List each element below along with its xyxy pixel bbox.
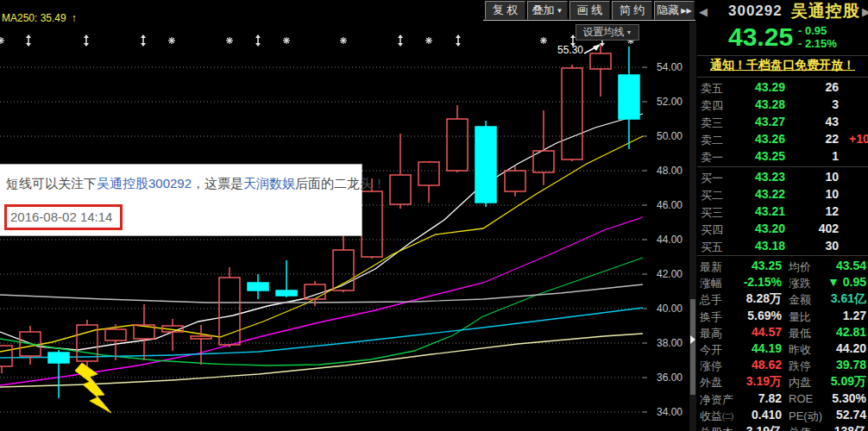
candle[interactable] <box>447 119 468 171</box>
panel-splitter[interactable] <box>689 22 696 431</box>
level-label: 卖二 <box>701 133 723 148</box>
stat-value: 8.28万 <box>726 291 782 307</box>
toolbar-button-label: 画 线 <box>577 3 603 18</box>
bid-row[interactable]: 买四43.20402 <box>697 221 868 238</box>
next-stock-icon[interactable]: ▶ <box>862 5 868 18</box>
stat-label: 外盘 <box>700 375 722 390</box>
divider <box>697 166 868 167</box>
level-price: 43.27 <box>735 115 785 128</box>
stat-label: 最高 <box>700 326 722 341</box>
stat-row: 收益㈡0.410PE(动)52.74 <box>697 407 868 423</box>
event-star-icon[interactable] <box>340 37 347 44</box>
stock-link[interactable]: 天润数娱 <box>243 176 295 191</box>
prev-stock-icon[interactable]: ◀ <box>699 5 708 18</box>
candle[interactable] <box>276 290 297 296</box>
stat-value: 52.74 <box>808 408 866 422</box>
price-change: - 0.95 - 2.15% <box>798 24 837 50</box>
expand-right-icon[interactable] <box>690 335 695 344</box>
splitter-thumb[interactable] <box>690 299 695 395</box>
event-star-icon[interactable] <box>425 37 432 44</box>
bid-row[interactable]: 买五43.1830 <box>697 238 868 255</box>
high-arrow-icon <box>593 44 601 51</box>
post-text-segment: 后面的二龙头！ <box>295 176 386 191</box>
ask-row[interactable]: 卖二43.2622+10 <box>697 131 868 148</box>
stat-value: 44.57 <box>726 325 782 339</box>
level-label: 买三 <box>701 205 723 221</box>
candle[interactable] <box>619 75 639 119</box>
event-star-icon[interactable] <box>168 37 175 44</box>
stat-value: 0.410 <box>726 408 782 422</box>
stat-value: 48.62 <box>726 358 782 372</box>
stat-value: 5.30% <box>808 391 866 405</box>
chevron-down-icon: ▼ <box>626 29 632 35</box>
level-volume: 12 <box>790 204 839 218</box>
event-star-icon[interactable] <box>0 37 4 44</box>
toolbar-button[interactable]: 简 约 <box>612 1 652 20</box>
stat-label: 涨幅 <box>700 276 722 291</box>
stock-link[interactable]: 吴通控股300292 <box>97 176 192 191</box>
ask-row[interactable]: 卖三43.2743 <box>697 114 868 131</box>
candle[interactable] <box>562 68 582 159</box>
candle[interactable] <box>248 283 268 290</box>
stat-value: 3.19亿 <box>726 424 782 431</box>
level-price: 43.26 <box>735 132 785 146</box>
bid-row[interactable]: 买二43.2210 <box>697 186 868 203</box>
ask-row[interactable]: 卖四43.283 <box>697 97 868 114</box>
candle[interactable] <box>219 278 240 345</box>
level-price: 43.20 <box>735 222 785 235</box>
post-text-segment: ，这票是 <box>192 176 243 191</box>
candle[interactable] <box>418 162 439 185</box>
ask-row[interactable]: 卖一43.251 <box>697 148 868 166</box>
toolbar-button[interactable]: 复 权 <box>485 1 525 20</box>
y-axis-label: 42.00 <box>657 268 682 280</box>
level-volume: 30 <box>790 239 839 253</box>
candle[interactable] <box>48 353 69 363</box>
candle[interactable] <box>191 336 211 339</box>
level-price: 43.21 <box>735 204 785 218</box>
stat-value: 44.20 <box>808 341 866 355</box>
level-label: 卖四 <box>701 98 723 114</box>
bid-row[interactable]: 买三43.2112 <box>697 203 868 221</box>
divider <box>697 77 868 78</box>
level-price: 43.28 <box>735 97 785 111</box>
toolbar-button-caret-icon: ▶▶ <box>681 7 691 15</box>
event-star-icon[interactable] <box>540 37 547 44</box>
notice-link[interactable]: 通知！千档盘口免费开放！ <box>697 58 868 73</box>
stat-value: 5.09万 <box>808 374 866 390</box>
post-text: 短线可以关注下吴通控股300292，这票是天润数娱后面的二龙头！ <box>6 176 386 192</box>
level-volume: 1 <box>790 149 839 163</box>
candlestick-chart[interactable]: 54.0052.0050.0048.0046.0044.0042.0040.00… <box>0 0 695 431</box>
candle[interactable] <box>590 53 611 69</box>
level-label: 买二 <box>701 188 723 203</box>
toolbar-button[interactable]: 叠加▼ <box>527 1 568 20</box>
last-price: 43.25 <box>728 22 793 52</box>
toolbar-button[interactable]: 画 线 <box>569 1 610 20</box>
y-axis-label: 48.00 <box>657 165 682 177</box>
candle[interactable] <box>505 171 525 191</box>
stat-row: 净资产7.82ROE5.30% <box>697 390 868 407</box>
event-star-icon[interactable] <box>283 37 290 44</box>
quote-panel: ◀ 300292 吴通控股 ▶ 43.25 - 0.95 - 2.15% 通知！… <box>697 0 868 431</box>
ask-row[interactable]: 卖五43.2926 <box>697 79 868 97</box>
y-axis-label: 34.00 <box>657 406 682 418</box>
level-label: 卖三 <box>701 116 723 131</box>
level-price: 43.22 <box>735 187 785 201</box>
divider <box>697 55 868 56</box>
stat-value: 43.54 <box>808 259 866 272</box>
ma-settings-label: 设置均线 <box>583 25 625 40</box>
candle[interactable] <box>475 127 496 203</box>
ma-settings-button[interactable]: 设置均线 ▼ <box>576 24 639 41</box>
toolbar-button[interactable]: 隐藏▶▶ <box>654 1 695 20</box>
candle[interactable] <box>105 329 126 340</box>
bid-row[interactable]: 买一43.2310 <box>697 169 868 186</box>
stat-label: 涨停 <box>700 359 722 374</box>
post-text-segment: 短线可以关注下 <box>6 176 97 191</box>
event-star-icon[interactable] <box>226 37 233 44</box>
stock-header: ◀ 300292 吴通控股 ▶ <box>697 0 868 22</box>
candle[interactable] <box>390 175 411 204</box>
level-label: 买五 <box>701 240 723 255</box>
ma250-value-label: MA250: 35.49↑ <box>2 12 77 24</box>
candle[interactable] <box>0 346 12 366</box>
candle[interactable] <box>362 191 382 257</box>
up-arrow-icon: ↑ <box>72 12 77 24</box>
